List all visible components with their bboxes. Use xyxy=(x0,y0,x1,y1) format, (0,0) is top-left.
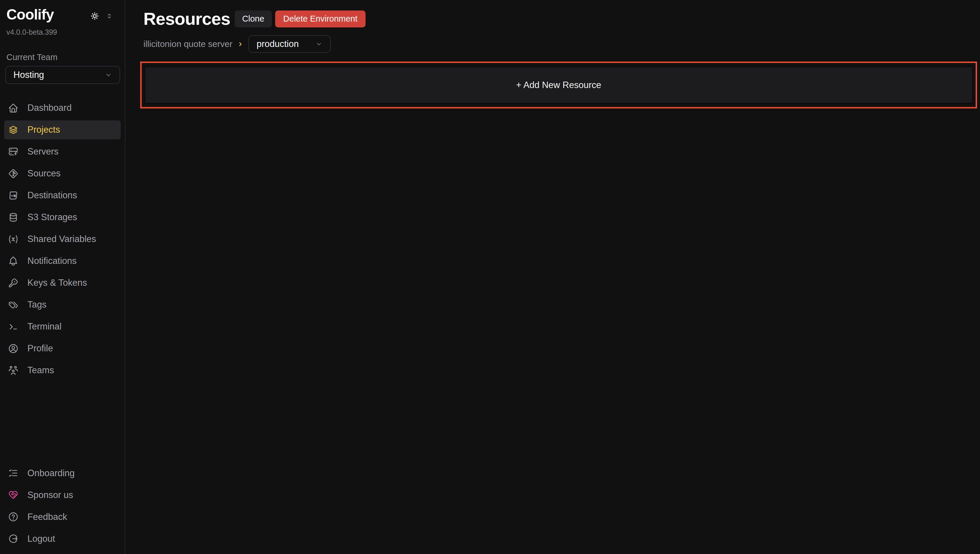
sidebar-item-shared-variables[interactable]: Shared Variables xyxy=(4,230,121,249)
sidebar-item-label: Terminal xyxy=(27,321,62,332)
sidebar-item-label: Projects xyxy=(27,124,60,135)
help-icon xyxy=(8,511,19,522)
map-icon xyxy=(8,190,19,201)
sidebar-item-label: Feedback xyxy=(27,512,67,522)
user-circle-icon xyxy=(8,343,19,354)
sidebar-item-label: Profile xyxy=(27,343,53,354)
sidebar-collapse-button[interactable] xyxy=(105,12,113,20)
sidebar-item-label: Destinations xyxy=(27,190,77,201)
sidebar-spacer xyxy=(0,383,125,463)
sidebar-item-sponsor-us[interactable]: Sponsor us xyxy=(4,486,121,505)
sidebar-item-label: Shared Variables xyxy=(27,234,96,244)
sidebar-item-label: Keys & Tokens xyxy=(27,278,87,288)
sidebar-item-servers[interactable]: Servers xyxy=(4,142,121,161)
team-select-value: Hosting xyxy=(13,70,44,80)
sun-icon xyxy=(90,11,100,21)
sidebar-item-label: Sponsor us xyxy=(27,490,73,500)
sidebar-item-logout[interactable]: Logout xyxy=(4,529,121,548)
sidebar-item-label: Teams xyxy=(27,365,54,376)
sidebar-nav: DashboardProjectsServersSourcesDestinati… xyxy=(0,99,125,383)
tags-icon xyxy=(8,299,19,310)
sidebar-item-label: S3 Storages xyxy=(27,212,77,223)
sidebar-item-terminal[interactable]: Terminal xyxy=(4,317,121,336)
sidebar-item-keys-tokens[interactable]: Keys & Tokens xyxy=(4,274,121,293)
sidebar-item-sources[interactable]: Sources xyxy=(4,164,121,183)
sidebar-item-label: Onboarding xyxy=(27,468,75,479)
app-logo: Coolify xyxy=(6,6,54,23)
sidebar-footer-nav: OnboardingSponsor usFeedbackLogout xyxy=(0,463,125,552)
chevrons-up-down-icon xyxy=(105,12,113,20)
annotation-highlight-box: + Add New Resource xyxy=(140,62,977,108)
git-icon xyxy=(8,168,19,179)
sidebar-header-actions xyxy=(90,11,113,21)
sidebar-item-label: Dashboard xyxy=(27,103,72,113)
chevron-down-icon xyxy=(104,71,113,79)
add-new-resource-button[interactable]: + Add New Resource xyxy=(145,67,973,103)
logo-row: Coolify xyxy=(0,6,125,23)
breadcrumb: illicitonion quote server production xyxy=(143,35,980,53)
server-icon xyxy=(8,146,19,157)
sidebar-item-label: Logout xyxy=(27,533,55,544)
users-icon xyxy=(8,365,19,376)
sidebar-item-label: Servers xyxy=(27,146,59,157)
sidebar-item-label: Tags xyxy=(27,299,46,310)
environment-select[interactable]: production xyxy=(248,35,331,53)
sidebar-item-projects[interactable]: Projects xyxy=(4,120,121,139)
clone-button[interactable]: Clone xyxy=(235,11,272,27)
chevron-right-icon xyxy=(237,41,244,48)
sidebar-item-dashboard[interactable]: Dashboard xyxy=(4,99,121,118)
logout-icon xyxy=(8,533,19,544)
sidebar-item-label: Notifications xyxy=(27,256,77,266)
main-content: Resources Clone Delete Environment illic… xyxy=(125,0,980,554)
theme-toggle-button[interactable] xyxy=(90,11,100,21)
checklist-icon xyxy=(8,468,19,479)
chevron-down-icon xyxy=(315,40,323,48)
team-select[interactable]: Hosting xyxy=(5,66,120,84)
bell-icon xyxy=(8,256,19,266)
sidebar-item-notifications[interactable]: Notifications xyxy=(4,252,121,271)
sidebar-item-onboarding[interactable]: Onboarding xyxy=(4,463,121,482)
home-icon xyxy=(8,103,19,113)
sidebar-item-profile[interactable]: Profile xyxy=(4,339,121,358)
breadcrumb-project-label: illicitonion quote server xyxy=(143,39,232,49)
key-icon xyxy=(8,278,19,288)
page-title: Resources xyxy=(143,9,230,29)
delete-environment-button[interactable]: Delete Environment xyxy=(275,11,366,27)
sidebar-item-label: Sources xyxy=(27,168,60,179)
sidebar-item-teams[interactable]: Teams xyxy=(4,361,121,380)
current-team-label: Current Team xyxy=(6,53,118,62)
database-icon xyxy=(8,212,19,223)
environment-select-value: production xyxy=(256,39,299,49)
terminal-icon xyxy=(8,321,19,332)
heart-hands-icon xyxy=(8,490,19,500)
app-version-label: v4.0.0-beta.399 xyxy=(0,28,125,37)
sidebar-item-tags[interactable]: Tags xyxy=(4,295,121,314)
sidebar-item-feedback[interactable]: Feedback xyxy=(4,507,121,526)
layers-icon xyxy=(8,124,19,135)
sidebar-item-destinations[interactable]: Destinations xyxy=(4,186,121,205)
page-header: Resources Clone Delete Environment xyxy=(143,9,980,29)
sidebar-item-s3-storages[interactable]: S3 Storages xyxy=(4,208,121,227)
variable-icon xyxy=(8,234,19,245)
sidebar: Coolify v4.0.0-beta.399 Current Team Hos… xyxy=(0,0,125,554)
